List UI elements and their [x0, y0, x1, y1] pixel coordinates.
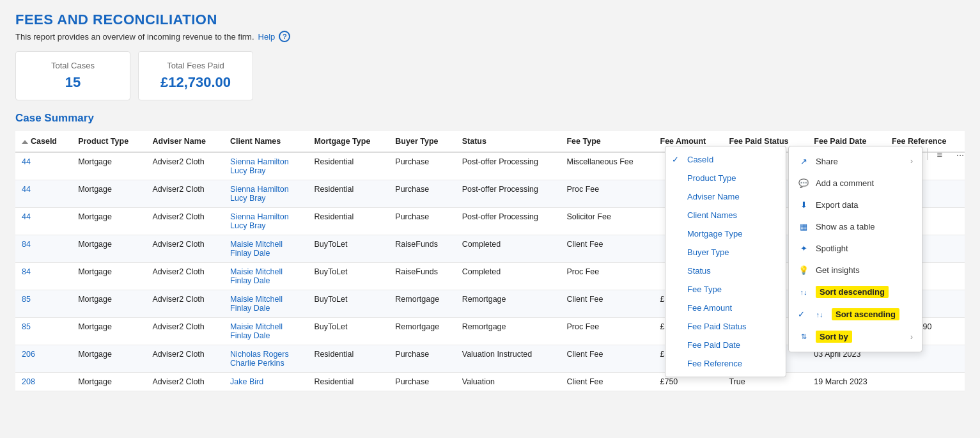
export-data-label: Export data: [816, 200, 859, 210]
table-cell: Adviser2 Cloth: [146, 373, 224, 391]
filter-icon[interactable]: ≡: [931, 146, 948, 162]
sort-asc-check-icon: ✓: [798, 309, 805, 319]
table-cell: Post-offer Processing: [456, 180, 561, 208]
table-cell: Miscellaneous Fee: [560, 152, 653, 180]
table-cell: Maisie Mitchell Finlay Dale: [224, 235, 307, 263]
sort-asc-icon: ↑↓: [814, 309, 825, 320]
section-title: Case Summary: [15, 112, 965, 125]
table-cell: Mortgage: [72, 235, 146, 263]
table-cell: Maisie Mitchell Finlay Dale: [224, 318, 307, 345]
menu-adviser-name[interactable]: ✓Adviser Name: [665, 187, 786, 206]
menu-sort-descending[interactable]: ↑↓ Sort descending: [789, 281, 922, 303]
table-cell: Mortgage: [72, 152, 146, 180]
menu-sort-by[interactable]: ⇅ Sort by ›: [789, 325, 922, 348]
table-cell: Mortgage: [72, 373, 146, 391]
help-icon[interactable]: ?: [279, 31, 290, 42]
sort-ascending-label: Sort ascending: [832, 308, 899, 320]
table-cell: Valuation: [456, 373, 561, 391]
col-client-names: Client Names: [224, 131, 307, 152]
table-cell: Sienna Hamilton Lucy Bray: [224, 152, 307, 180]
total-cases-label: Total Cases: [35, 61, 111, 70]
menu-fee-amount[interactable]: ✓Fee Amount: [665, 299, 786, 317]
table-cell: Remortgage: [389, 318, 455, 345]
table-cell: Nicholas Rogers Charlie Perkins: [224, 345, 307, 373]
actions-dropdown[interactable]: ↗ Share › 💬 Add a comment ⬇ Export data …: [788, 146, 922, 352]
table-cell: Purchase: [389, 152, 455, 180]
table-cell: Remortgage: [456, 318, 561, 345]
col-status: Status: [456, 131, 561, 152]
col-caseid: CaseId: [15, 131, 72, 152]
table-cell: Solicitor Fee: [560, 208, 653, 235]
menu-share[interactable]: ↗ Share ›: [789, 150, 922, 172]
export-icon: ⬇: [798, 199, 809, 210]
menu-caseid[interactable]: ✓CaseId: [665, 150, 786, 169]
table-cell: Maisie Mitchell Finlay Dale: [224, 263, 307, 290]
menu-fee-reference[interactable]: ✓Fee Reference: [665, 354, 786, 373]
col-adviser-name: Adviser Name: [146, 131, 224, 152]
menu-client-names[interactable]: ✓Client Names: [665, 206, 786, 224]
table-cell: Proc Fee: [560, 263, 653, 290]
menu-export-data[interactable]: ⬇ Export data: [789, 194, 922, 215]
table-cell: Purchase: [389, 208, 455, 235]
table-row: 208MortgageAdviser2 ClothJake BirdReside…: [15, 373, 965, 391]
table-cell: Adviser2 Cloth: [146, 345, 224, 373]
help-link[interactable]: Help: [258, 32, 276, 42]
table-cell: 84: [15, 235, 72, 263]
table-cell: Proc Fee: [560, 318, 653, 345]
table-cell: Client Fee: [560, 235, 653, 263]
table-cell: 44: [15, 152, 72, 180]
table-cell: Purchase: [389, 345, 455, 373]
stats-row: Total Cases 15 Total Fees Paid £12,730.0…: [15, 51, 965, 100]
total-fees-label: Total Fees Paid: [158, 61, 233, 70]
table-cell: Adviser2 Cloth: [146, 208, 224, 235]
table-cell: Adviser2 Cloth: [146, 180, 224, 208]
menu-fee-paid-date[interactable]: ✓Fee Paid Date: [665, 336, 786, 354]
sort-arrow-icon: [22, 140, 28, 144]
menu-mortgage-type[interactable]: ✓Mortgage Type: [665, 224, 786, 243]
table-cell: Residential: [307, 208, 389, 235]
table-cell: Mortgage: [72, 263, 146, 290]
menu-fee-paid-status[interactable]: ✓Fee Paid Status: [665, 317, 786, 336]
table-cell: Proc Fee: [560, 180, 653, 208]
table-cell: Adviser2 Cloth: [146, 235, 224, 263]
table-cell: Residential: [307, 152, 389, 180]
menu-add-comment[interactable]: 💬 Add a comment: [789, 172, 922, 194]
column-picker-dropdown[interactable]: ✓CaseId ✓Product Type ✓Adviser Name ✓Cli…: [665, 146, 786, 377]
table-cell: [885, 373, 965, 391]
page-title: FEES AND RECONCILIATION: [15, 12, 965, 28]
share-arrow-icon: ›: [910, 157, 913, 166]
menu-show-as-table[interactable]: ▦ Show as a table: [789, 215, 922, 237]
table-cell: Mortgage: [72, 208, 146, 235]
more-options-icon[interactable]: ···: [952, 146, 968, 162]
table-cell: BuyToLet: [307, 263, 389, 290]
total-cases-card: Total Cases 15: [15, 51, 130, 100]
table-cell: Residential: [307, 373, 389, 391]
table-cell: Valuation Instructed: [456, 345, 561, 373]
menu-sort-ascending[interactable]: ✓ ↑↓ Sort ascending: [789, 303, 922, 325]
menu-buyer-type[interactable]: ✓Buyer Type: [665, 243, 786, 262]
table-cell: 84: [15, 263, 72, 290]
table-cell: BuyToLet: [307, 235, 389, 263]
table-cell: Sienna Hamilton Lucy Bray: [224, 208, 307, 235]
table-cell: BuyToLet: [307, 290, 389, 318]
sort-by-label: Sort by: [816, 331, 852, 343]
menu-spotlight[interactable]: ✦ Spotlight: [789, 237, 922, 259]
table-cell: BuyToLet: [307, 318, 389, 345]
sort-by-arrow-icon: ›: [910, 332, 913, 341]
insights-icon: 💡: [798, 264, 809, 276]
menu-product-type[interactable]: ✓Product Type: [665, 169, 786, 187]
toolbar-divider: [927, 148, 928, 160]
table-cell: 19 March 2023: [807, 373, 885, 391]
menu-get-insights[interactable]: 💡 Get insights: [789, 259, 922, 281]
table-cell: Client Fee: [560, 290, 653, 318]
table-cell: Remortgage: [389, 290, 455, 318]
table-icon: ▦: [798, 221, 809, 232]
table-cell: Purchase: [389, 180, 455, 208]
spotlight-icon: ✦: [798, 242, 809, 254]
table-cell: Adviser2 Cloth: [146, 290, 224, 318]
menu-fee-type[interactable]: ✓Fee Type: [665, 280, 786, 299]
table-cell: Adviser2 Cloth: [146, 318, 224, 345]
menu-status[interactable]: ✓Status: [665, 262, 786, 280]
table-cell: Post-offer Processing: [456, 208, 561, 235]
table-cell: Maisie Mitchell Finlay Dale: [224, 290, 307, 318]
